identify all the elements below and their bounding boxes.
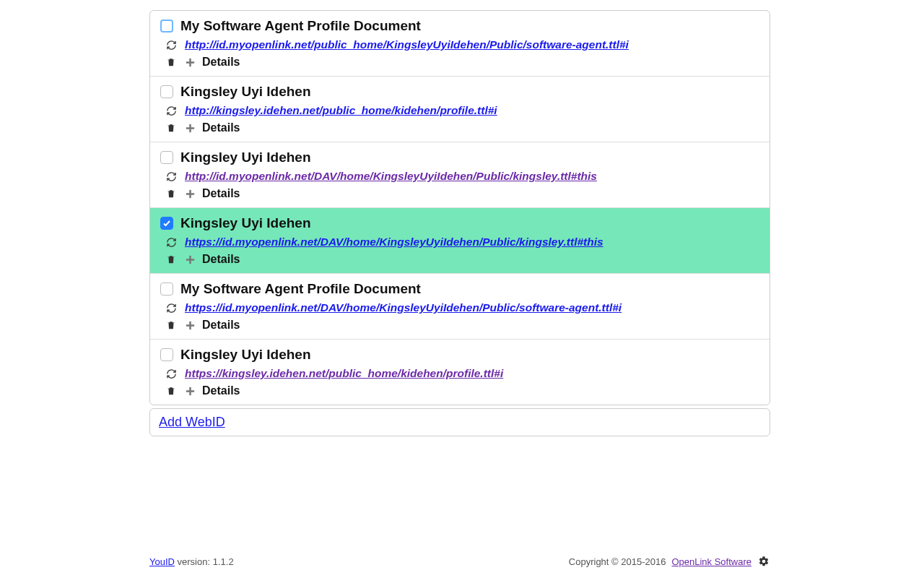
company-link[interactable]: OpenLink Software bbox=[671, 556, 751, 567]
expand-icon[interactable] bbox=[183, 319, 196, 332]
add-webid-box: Add WebID bbox=[149, 408, 770, 436]
select-checkbox[interactable] bbox=[160, 217, 173, 230]
footer: YouID version: 1.1.2 Copyright © 2015-20… bbox=[149, 555, 770, 568]
add-webid-link[interactable]: Add WebID bbox=[159, 415, 225, 429]
expand-icon[interactable] bbox=[183, 384, 196, 397]
svg-rect-1 bbox=[186, 61, 193, 64]
svg-rect-5 bbox=[186, 193, 193, 195]
version-text: version: 1.1.2 bbox=[178, 556, 234, 567]
expand-icon[interactable] bbox=[183, 56, 196, 69]
select-checkbox[interactable] bbox=[160, 348, 173, 361]
webid-item: Kingsley Uyi Idehenhttps://id.myopenlink… bbox=[150, 208, 770, 274]
webid-item: My Software Agent Profile Documenthttp:/… bbox=[150, 11, 770, 77]
webid-item: Kingsley Uyi Idehenhttps://kingsley.ideh… bbox=[150, 340, 770, 405]
copyright-text: Copyright © 2015-2016 bbox=[569, 556, 666, 567]
refresh-icon[interactable] bbox=[165, 104, 178, 117]
refresh-icon[interactable] bbox=[165, 170, 178, 183]
item-title: Kingsley Uyi Idehen bbox=[180, 215, 311, 231]
webid-item: My Software Agent Profile Documenthttps:… bbox=[150, 274, 770, 340]
webid-url-link[interactable]: http://kingsley.idehen.net/public_home/k… bbox=[185, 104, 497, 117]
svg-rect-7 bbox=[186, 259, 193, 261]
webid-url-link[interactable]: https://id.myopenlink.net/DAV/home/Kings… bbox=[185, 301, 622, 314]
refresh-icon[interactable] bbox=[165, 38, 178, 51]
footer-right: Copyright © 2015-2016 OpenLink Software bbox=[569, 555, 770, 568]
details-toggle[interactable]: Details bbox=[202, 121, 240, 134]
webid-item: Kingsley Uyi Idehenhttp://kingsley.idehe… bbox=[150, 77, 770, 142]
item-title: Kingsley Uyi Idehen bbox=[180, 347, 311, 363]
main-container: My Software Agent Profile Documenthttp:/… bbox=[149, 10, 770, 436]
svg-rect-3 bbox=[186, 127, 193, 129]
refresh-icon[interactable] bbox=[165, 301, 178, 314]
details-toggle[interactable]: Details bbox=[202, 384, 240, 397]
webid-url-link[interactable]: https://kingsley.idehen.net/public_home/… bbox=[185, 367, 503, 380]
trash-icon[interactable] bbox=[165, 56, 178, 69]
app-name-link[interactable]: YouID bbox=[149, 556, 175, 567]
expand-icon[interactable] bbox=[183, 253, 196, 266]
trash-icon[interactable] bbox=[165, 319, 178, 332]
details-toggle[interactable]: Details bbox=[202, 253, 240, 266]
select-checkbox[interactable] bbox=[160, 20, 173, 33]
webid-url-link[interactable]: http://id.myopenlink.net/DAV/home/Kingsl… bbox=[185, 170, 597, 183]
expand-icon[interactable] bbox=[183, 187, 196, 200]
webid-url-link[interactable]: http://id.myopenlink.net/public_home/Kin… bbox=[185, 38, 629, 51]
item-title: My Software Agent Profile Document bbox=[180, 281, 421, 297]
select-checkbox[interactable] bbox=[160, 282, 173, 296]
trash-icon[interactable] bbox=[165, 384, 178, 397]
details-toggle[interactable]: Details bbox=[202, 319, 240, 332]
item-title: Kingsley Uyi Idehen bbox=[180, 84, 311, 100]
gear-icon[interactable] bbox=[757, 555, 770, 568]
expand-icon[interactable] bbox=[183, 121, 196, 134]
trash-icon[interactable] bbox=[165, 187, 178, 200]
webid-list: My Software Agent Profile Documenthttp:/… bbox=[149, 10, 770, 405]
footer-left: YouID version: 1.1.2 bbox=[149, 556, 234, 567]
svg-rect-9 bbox=[186, 324, 193, 327]
refresh-icon[interactable] bbox=[165, 236, 178, 249]
webid-url-link[interactable]: https://id.myopenlink.net/DAV/home/Kings… bbox=[185, 236, 603, 249]
refresh-icon[interactable] bbox=[165, 367, 178, 380]
svg-rect-11 bbox=[186, 390, 193, 392]
item-title: My Software Agent Profile Document bbox=[180, 18, 421, 34]
webid-item: Kingsley Uyi Idehenhttp://id.myopenlink.… bbox=[150, 142, 770, 208]
select-checkbox[interactable] bbox=[160, 151, 173, 164]
item-title: Kingsley Uyi Idehen bbox=[180, 150, 311, 165]
select-checkbox[interactable] bbox=[160, 85, 173, 98]
details-toggle[interactable]: Details bbox=[202, 187, 240, 200]
trash-icon[interactable] bbox=[165, 121, 178, 134]
details-toggle[interactable]: Details bbox=[202, 56, 240, 69]
trash-icon[interactable] bbox=[165, 253, 178, 266]
